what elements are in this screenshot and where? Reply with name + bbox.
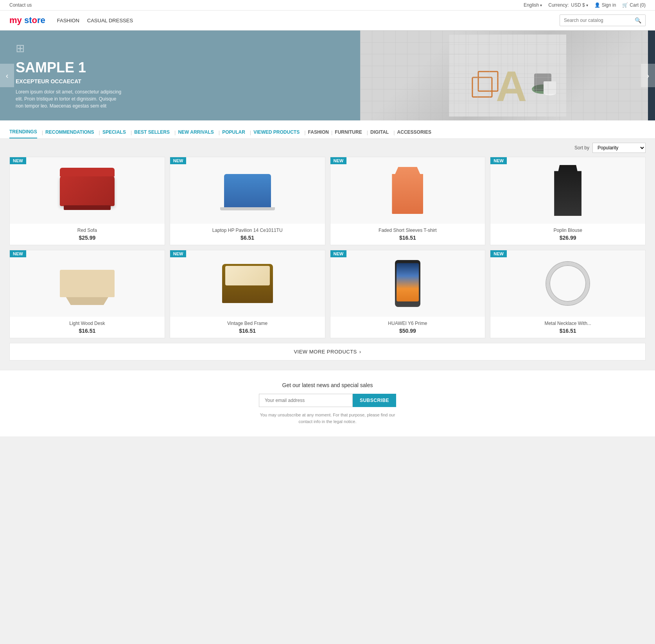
- search-input[interactable]: [560, 15, 631, 25]
- tab-fashion[interactable]: FASHION: [308, 126, 329, 138]
- tab-popular[interactable]: POPULAR: [222, 126, 245, 138]
- product-price-tshirt: $16.51: [334, 235, 481, 241]
- sort-select[interactable]: Popularity Price: Low to High Price: Hig…: [592, 143, 646, 153]
- slider-subtitle: EXCEPTEUR OCCAECAT: [16, 78, 345, 84]
- svg-point-7: [544, 91, 556, 95]
- top-bar: Contact us English ▾ Currency: USD $ ▾ 👤…: [0, 0, 655, 11]
- product-image-red-sofa: [10, 157, 165, 224]
- sep-8: |: [331, 129, 332, 135]
- product-info-necklace: Metal Necklace With... $16.51: [490, 317, 645, 338]
- tab-best-sellers[interactable]: BEST SELLERS: [134, 126, 170, 138]
- new-badge-desk: NEW: [10, 250, 26, 257]
- product-image-necklace: [490, 250, 645, 317]
- product-info-phone: HUAWEI Y6 Prime $50.99: [330, 317, 485, 338]
- search-icon: 🔍: [635, 17, 641, 23]
- new-badge-tshirt: NEW: [330, 157, 347, 164]
- main-nav: FASHION CASUAL DRESSES: [57, 16, 548, 25]
- tab-furniture[interactable]: FURNITURE: [335, 126, 362, 138]
- product-card-laptop[interactable]: NEW Laptop HP Pavilion 14 Ce1011TU $6.51: [170, 157, 325, 245]
- newsletter-section: Get our latest news and special sales SU…: [0, 370, 655, 436]
- nav-casual-dresses[interactable]: CASUAL DRESSES: [87, 16, 133, 25]
- slider-title: SAMPLE 1: [16, 59, 345, 76]
- product-card-desk[interactable]: NEW Light Wood Desk $16.51: [9, 250, 165, 338]
- currency-arrow-icon: ▾: [586, 3, 588, 7]
- product-card-phone[interactable]: NEW HUAWEI Y6 Prime $50.99: [330, 250, 486, 338]
- language-label: English: [524, 2, 539, 8]
- user-icon: 👤: [594, 2, 600, 8]
- product-name-desk: Light Wood Desk: [14, 321, 161, 326]
- svg-rect-8: [544, 81, 556, 94]
- tab-new-arrivals[interactable]: NEW ARRIVALS: [178, 126, 214, 138]
- tab-trendings[interactable]: TRENDINGS: [9, 126, 37, 138]
- slider-image-panel: A: [360, 30, 655, 120]
- product-grid: NEW Red Sofa $25.99 NEW Laptop HP Pavili…: [0, 157, 655, 343]
- logo-re: re: [37, 15, 45, 25]
- sep-1: |: [42, 129, 43, 135]
- cart-icon: 🛒: [622, 2, 628, 8]
- tab-viewed-products[interactable]: VIEWED PRODUCTS: [253, 126, 300, 138]
- language-arrow-icon: ▾: [540, 3, 542, 7]
- product-name-phone: HUAWEI Y6 Prime: [334, 321, 481, 326]
- product-card-blouse[interactable]: NEW Poplin Blouse $26.99: [490, 157, 646, 245]
- slider-prev-button[interactable]: ‹: [0, 64, 14, 87]
- currency-selector[interactable]: Currency: USD $ ▾: [548, 2, 588, 8]
- blouse-image: [554, 165, 581, 216]
- tshirt-image: [392, 167, 423, 214]
- new-badge-laptop: NEW: [170, 157, 187, 164]
- sep-7: |: [304, 129, 305, 135]
- product-info-bed: Vintage Bed Frame $16.51: [170, 317, 325, 338]
- tab-accessories[interactable]: ACCESSORIES: [397, 126, 431, 138]
- cart-link[interactable]: 🛒 Cart (0): [622, 2, 646, 8]
- product-card-bed[interactable]: NEW Vintage Bed Frame $16.51: [170, 250, 325, 338]
- product-card-red-sofa[interactable]: NEW Red Sofa $25.99: [9, 157, 165, 245]
- search-box: 🔍: [560, 14, 646, 26]
- sep-9: |: [367, 129, 368, 135]
- product-price-bed: $16.51: [174, 328, 321, 334]
- product-price-necklace: $16.51: [494, 328, 641, 334]
- new-badge-red-sofa: NEW: [10, 157, 26, 164]
- newsletter-subscribe-button[interactable]: SUBSCRIBE: [353, 394, 396, 407]
- sep-2: |: [99, 129, 100, 135]
- search-button[interactable]: 🔍: [631, 15, 645, 26]
- language-selector[interactable]: English ▾: [524, 2, 542, 8]
- product-info-tshirt: Faded Short Sleeves T-shirt $16.51: [330, 224, 485, 245]
- nav-fashion[interactable]: FASHION: [57, 16, 79, 25]
- tab-specials[interactable]: SPECIALS: [102, 126, 126, 138]
- view-more-bar[interactable]: VIEW MORE PRODUCTS ›: [9, 343, 646, 361]
- slider-content: ⊞ SAMPLE 1 EXCEPTEUR OCCAECAT Lorem ipsu…: [0, 30, 655, 120]
- product-image-phone: [330, 250, 485, 317]
- sort-label: Sort by: [574, 145, 589, 151]
- contact-link[interactable]: Contact us: [9, 2, 32, 8]
- category-tabs-inner: TRENDINGS | RECOMMENDATIONS | SPECIALS |…: [9, 126, 646, 138]
- signin-link[interactable]: 👤 Sign in: [594, 2, 616, 8]
- product-info-blouse: Poplin Blouse $26.99: [490, 224, 645, 245]
- product-price-blouse: $26.99: [494, 235, 641, 241]
- slider-next-button[interactable]: ›: [641, 64, 655, 87]
- slider-text-panel: ⊞ SAMPLE 1 EXCEPTEUR OCCAECAT Lorem ipsu…: [0, 30, 360, 120]
- hero-slider: ⊞ SAMPLE 1 EXCEPTEUR OCCAECAT Lorem ipsu…: [0, 30, 655, 120]
- tab-digital[interactable]: DIGITAL: [370, 126, 389, 138]
- slider-decorative-icon: ⊞: [16, 42, 345, 55]
- product-card-tshirt[interactable]: NEW Faded Short Sleeves T-shirt $16.51: [330, 157, 486, 245]
- svg-rect-4: [534, 74, 551, 91]
- product-price-red-sofa: $25.99: [14, 235, 161, 241]
- product-name-tshirt: Faded Short Sleeves T-shirt: [334, 228, 481, 233]
- logo[interactable]: my store: [9, 15, 45, 25]
- svg-rect-1: [449, 34, 566, 117]
- product-name-red-sofa: Red Sofa: [14, 228, 161, 233]
- newsletter-email-input[interactable]: [259, 394, 353, 407]
- necklace-image: [546, 262, 589, 305]
- logo-o: o: [32, 15, 37, 25]
- sep-5: |: [219, 129, 220, 135]
- sofa-image: [60, 175, 115, 206]
- sep-10: |: [393, 129, 395, 135]
- product-info-desk: Light Wood Desk $16.51: [10, 317, 165, 338]
- product-name-necklace: Metal Necklace With...: [494, 321, 641, 326]
- svg-point-3: [532, 84, 554, 94]
- currency-prefix: Currency:: [548, 2, 569, 8]
- svg-rect-0: [449, 34, 566, 117]
- product-image-laptop: [170, 157, 325, 224]
- product-card-necklace[interactable]: NEW Metal Necklace With... $16.51: [490, 250, 646, 338]
- tab-recommendations[interactable]: RECOMMENDATIONS: [45, 126, 94, 138]
- product-image-blouse: [490, 157, 645, 224]
